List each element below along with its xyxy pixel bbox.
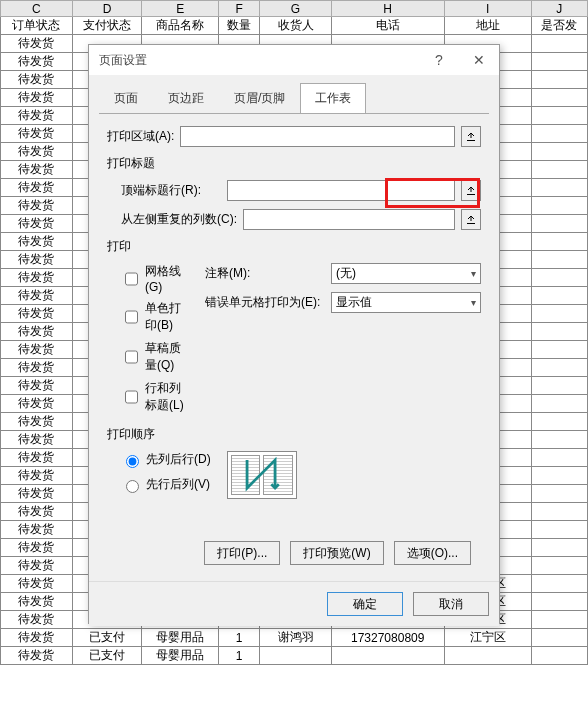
cell[interactable]: 母婴用品 — [142, 647, 219, 665]
column-header[interactable]: F — [219, 1, 260, 17]
header-cell[interactable]: 订单状态 — [1, 17, 73, 35]
rowcol-checkbox[interactable] — [125, 390, 138, 404]
cell[interactable]: 待发货 — [1, 395, 73, 413]
column-header[interactable]: H — [331, 1, 444, 17]
cell[interactable] — [531, 53, 587, 71]
preview-button[interactable]: 打印预览(W) — [290, 541, 383, 565]
print-area-input[interactable] — [180, 126, 455, 147]
cell[interactable] — [531, 449, 587, 467]
cell[interactable] — [531, 629, 587, 647]
cell[interactable]: 待发货 — [1, 125, 73, 143]
header-cell[interactable]: 商品名称 — [142, 17, 219, 35]
header-cell[interactable]: 数量 — [219, 17, 260, 35]
cell[interactable] — [531, 89, 587, 107]
cell[interactable] — [531, 71, 587, 89]
cell[interactable]: 待发货 — [1, 71, 73, 89]
cell[interactable] — [531, 251, 587, 269]
column-header[interactable]: D — [72, 1, 142, 17]
cell[interactable] — [531, 539, 587, 557]
cell[interactable] — [531, 467, 587, 485]
gridlines-checkbox[interactable] — [125, 272, 138, 286]
cell[interactable] — [531, 557, 587, 575]
cell[interactable] — [531, 593, 587, 611]
cell[interactable]: 待发货 — [1, 53, 73, 71]
column-header[interactable]: G — [260, 1, 332, 17]
cell[interactable]: 待发货 — [1, 35, 73, 53]
cell[interactable]: 待发货 — [1, 485, 73, 503]
cell[interactable]: 谢鸿羽 — [260, 629, 332, 647]
header-cell[interactable]: 支付状态 — [72, 17, 142, 35]
cell[interactable]: 待发货 — [1, 107, 73, 125]
cell[interactable]: 待发货 — [1, 449, 73, 467]
draft-checkbox[interactable] — [125, 350, 138, 364]
over-down-radio[interactable] — [126, 480, 139, 493]
cell[interactable] — [531, 269, 587, 287]
ok-button[interactable]: 确定 — [327, 592, 403, 616]
cell[interactable]: 待发货 — [1, 143, 73, 161]
column-header[interactable]: J — [531, 1, 587, 17]
cell[interactable] — [531, 431, 587, 449]
left-cols-input[interactable] — [243, 209, 455, 230]
cell[interactable] — [531, 611, 587, 629]
top-rows-input[interactable] — [227, 180, 455, 201]
cell[interactable] — [531, 179, 587, 197]
cell[interactable]: 待发货 — [1, 431, 73, 449]
down-over-radio[interactable] — [126, 455, 139, 468]
cell[interactable]: 母婴用品 — [142, 629, 219, 647]
cell[interactable]: 待发货 — [1, 161, 73, 179]
header-cell[interactable]: 是否发 — [531, 17, 587, 35]
cell[interactable]: 待发货 — [1, 359, 73, 377]
cell[interactable] — [531, 413, 587, 431]
cell[interactable] — [531, 35, 587, 53]
cell[interactable]: 17327080809 — [331, 629, 444, 647]
header-cell[interactable]: 地址 — [444, 17, 531, 35]
cell[interactable] — [260, 647, 332, 665]
help-button[interactable]: ? — [419, 45, 459, 75]
cell[interactable]: 待发货 — [1, 269, 73, 287]
cell[interactable]: 待发货 — [1, 467, 73, 485]
cell[interactable] — [531, 107, 587, 125]
cell[interactable]: 待发货 — [1, 377, 73, 395]
cell[interactable] — [531, 215, 587, 233]
cell[interactable]: 待发货 — [1, 179, 73, 197]
cell[interactable] — [531, 305, 587, 323]
column-header[interactable]: E — [142, 1, 219, 17]
cell[interactable]: 待发货 — [1, 89, 73, 107]
close-button[interactable]: ✕ — [459, 45, 499, 75]
cell[interactable] — [331, 647, 444, 665]
column-header[interactable]: I — [444, 1, 531, 17]
cell[interactable] — [531, 377, 587, 395]
cell[interactable]: 待发货 — [1, 251, 73, 269]
options-button[interactable]: 选项(O)... — [394, 541, 471, 565]
cell[interactable]: 待发货 — [1, 323, 73, 341]
cell[interactable]: 1 — [219, 647, 260, 665]
cell[interactable] — [531, 521, 587, 539]
cell[interactable] — [531, 233, 587, 251]
cancel-button[interactable]: 取消 — [413, 592, 489, 616]
cell[interactable]: 待发货 — [1, 341, 73, 359]
cell[interactable] — [531, 323, 587, 341]
cell[interactable]: 待发货 — [1, 287, 73, 305]
header-cell[interactable]: 电话 — [331, 17, 444, 35]
cell[interactable]: 1 — [219, 629, 260, 647]
cell[interactable]: 待发货 — [1, 305, 73, 323]
cell[interactable] — [531, 503, 587, 521]
cell[interactable] — [531, 575, 587, 593]
cell[interactable]: 待发货 — [1, 197, 73, 215]
cell[interactable]: 待发货 — [1, 233, 73, 251]
cell[interactable] — [531, 125, 587, 143]
print-button[interactable]: 打印(P)... — [204, 541, 280, 565]
cell[interactable]: 待发货 — [1, 593, 73, 611]
tab-2[interactable]: 页眉/页脚 — [219, 83, 300, 114]
cell[interactable]: 江宁区 — [444, 629, 531, 647]
cell[interactable] — [531, 287, 587, 305]
cell[interactable]: 已支付 — [72, 647, 142, 665]
cell[interactable] — [531, 359, 587, 377]
left-cols-collapse-button[interactable] — [461, 209, 481, 230]
cell[interactable] — [531, 395, 587, 413]
cell[interactable]: 待发货 — [1, 629, 73, 647]
cell[interactable]: 待发货 — [1, 647, 73, 665]
cell[interactable]: 待发货 — [1, 575, 73, 593]
cell[interactable]: 待发货 — [1, 521, 73, 539]
cell[interactable]: 待发货 — [1, 215, 73, 233]
